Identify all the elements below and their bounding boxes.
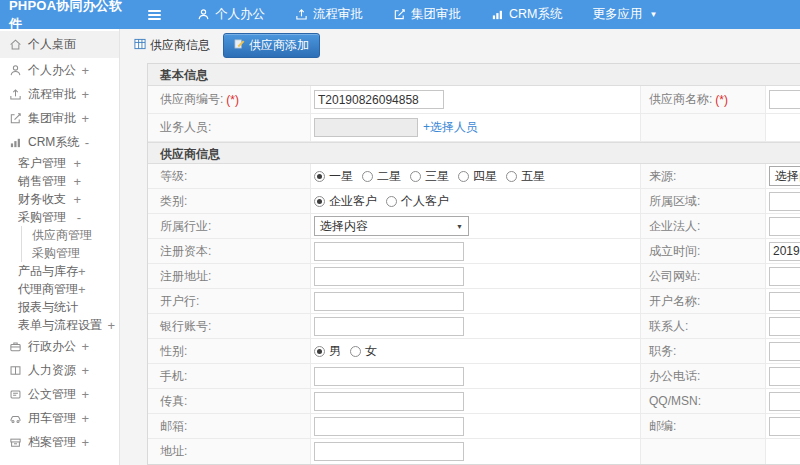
qq-msn-input[interactable] [769, 392, 800, 411]
staff-input[interactable] [314, 118, 418, 137]
reg-address-input[interactable] [314, 267, 464, 286]
topbar: PHPOA协同办公软件 个人办公 流程审批 集团审批 CRM系统 更多应用 ▼ [0, 0, 800, 29]
sidebar-item-label: 表单与流程设置 [18, 317, 102, 334]
radio-label: 一星 [329, 168, 353, 185]
field-label: 邮箱: [148, 414, 311, 438]
sidebar-item-process-approval[interactable]: 流程审批 + [0, 82, 119, 106]
field-value [766, 239, 800, 263]
industry-select[interactable]: 选择内容▼ [314, 216, 469, 236]
source-select[interactable]: 选择内容▼ [769, 166, 800, 186]
nav-item-label: 个人办公 [215, 6, 265, 23]
level-radio-3[interactable]: 三星 [410, 168, 449, 185]
field-value: 一星 二星 三星 四星 五星 [311, 164, 641, 188]
sidebar-item-vehicle-mgmt[interactable]: 用车管理 + [0, 406, 119, 430]
level-radio-5[interactable]: 五星 [506, 168, 545, 185]
field-value [766, 289, 800, 313]
bank-account-input[interactable] [314, 317, 464, 336]
field-label: 等级: [148, 164, 311, 188]
sidebar-item-customer-mgmt[interactable]: 客户管理 + [0, 154, 119, 172]
expand-indicator: + [107, 318, 119, 333]
founded-date-input[interactable] [769, 242, 800, 261]
capital-input[interactable] [314, 242, 464, 261]
sidebar-item-group-approval[interactable]: 集团审批 + [0, 106, 119, 130]
category-radio-1[interactable]: 企业客户 [314, 193, 377, 210]
radio-icon [506, 171, 517, 182]
zip-input[interactable] [769, 417, 800, 436]
category-radio-2[interactable]: 个人客户 [386, 193, 449, 210]
expand-indicator: + [81, 411, 119, 426]
form-row: 业务人员: +选择人员 [148, 114, 800, 142]
office-phone-input[interactable] [769, 367, 800, 386]
hamburger-icon[interactable] [144, 6, 165, 24]
bank-input[interactable] [314, 292, 464, 311]
gender-radio-male[interactable]: 男 [314, 343, 341, 360]
radio-label: 女 [365, 343, 377, 360]
caret-down-icon: ▼ [456, 223, 463, 230]
choose-staff-link[interactable]: +选择人员 [423, 119, 478, 136]
nav-group-approval[interactable]: 集团审批 [393, 6, 461, 23]
radio-label: 二星 [377, 168, 401, 185]
address-input[interactable] [314, 442, 464, 461]
form-row: 所属行业: 选择内容▼ 企业法人: [148, 214, 800, 239]
archive-icon [8, 435, 22, 449]
field-value: 选择内容▼ [766, 164, 800, 188]
supplier-code-input[interactable] [314, 90, 444, 109]
position-input[interactable] [769, 342, 800, 361]
sidebar-item-agent-mgmt[interactable]: 代理商管理 + [0, 280, 119, 298]
field-label: QQ/MSN: [641, 389, 766, 413]
process-upload-icon [295, 8, 308, 21]
level-radio-2[interactable]: 二星 [362, 168, 401, 185]
sidebar-item-official-docs[interactable]: 公文管理 + [0, 382, 119, 406]
sidebar-item-finance[interactable]: 财务收支 + [0, 190, 119, 208]
nav-more-apps[interactable]: 更多应用 ▼ [592, 6, 657, 23]
contact-input[interactable] [769, 317, 800, 336]
sidebar-item-label: 用车管理 [28, 410, 76, 427]
field-label: 企业法人: [641, 214, 766, 238]
supplier-name-input[interactable] [769, 90, 800, 109]
form-row: 等级: 一星 二星 三星 四星 五星 来源: 选择内容▼ [148, 164, 800, 189]
expand-indicator: + [81, 339, 119, 354]
sidebar-item-purchasing[interactable]: 采购管理 [21, 244, 119, 262]
nav-process-approval[interactable]: 流程审批 [295, 6, 363, 23]
website-input[interactable] [769, 267, 800, 286]
account-name-input[interactable] [769, 292, 800, 311]
required-mark: (*) [226, 93, 239, 107]
sidebar-item-admin-office[interactable]: 行政办公 + [0, 334, 119, 358]
radio-icon [314, 171, 325, 182]
tab-supplier-info[interactable]: 供应商信息 [130, 34, 214, 57]
sidebar-item-label: CRM系统 [28, 134, 79, 151]
sidebar-item-product-inventory[interactable]: 产品与库存 + [0, 262, 119, 280]
sidebar-item-personal-office[interactable]: 个人办公 + [0, 58, 119, 82]
region-input[interactable] [769, 192, 800, 211]
mobile-input[interactable] [314, 367, 464, 386]
sidebar-item-label: 采购管理 [32, 245, 80, 262]
form-row: 银行账号: 联系人: [148, 314, 800, 339]
sidebar-item-crm-system[interactable]: CRM系统 - [0, 130, 119, 154]
nav-personal-office[interactable]: 个人办公 [197, 6, 265, 23]
tab-supplier-add[interactable]: 供应商添加 [223, 33, 320, 58]
radio-label: 企业客户 [329, 193, 377, 210]
sidebar-item-purchase-mgmt[interactable]: 采购管理 - [0, 208, 119, 226]
legal-person-input[interactable] [769, 217, 800, 236]
sidebar-item-supplier-mgmt[interactable]: 供应商管理 [21, 226, 119, 244]
sidebar-item-sales-mgmt[interactable]: 销售管理 + [0, 172, 119, 190]
app-title: PHPOA协同办公软件 [0, 0, 130, 33]
level-radio-4[interactable]: 四星 [458, 168, 497, 185]
field-label: 银行账号: [148, 314, 311, 338]
radio-icon [458, 171, 469, 182]
gender-radio-female[interactable]: 女 [350, 343, 377, 360]
sidebar-item-human-resources[interactable]: 人力资源 + [0, 358, 119, 382]
field-value [766, 364, 800, 388]
sidebar-item-personal-desktop[interactable]: 个人桌面 [0, 31, 119, 58]
fax-input[interactable] [314, 392, 464, 411]
email-input[interactable] [314, 417, 464, 436]
sidebar: 个人桌面 个人办公 + 流程审批 + 集团审批 + CRM系统 - 客户管理 + [0, 29, 120, 465]
sidebar-item-archive-mgmt[interactable]: 档案管理 + [0, 430, 119, 454]
level-radio-1[interactable]: 一星 [314, 168, 353, 185]
sidebar-item-reports[interactable]: 报表与统计 [0, 298, 119, 316]
field-label: 注册资本: [148, 239, 311, 263]
expand-indicator: + [81, 435, 119, 450]
sidebar-item-form-flow-settings[interactable]: 表单与流程设置 + [0, 316, 119, 334]
nav-crm-system[interactable]: CRM系统 [491, 6, 562, 23]
expand-indicator: - [77, 210, 119, 225]
